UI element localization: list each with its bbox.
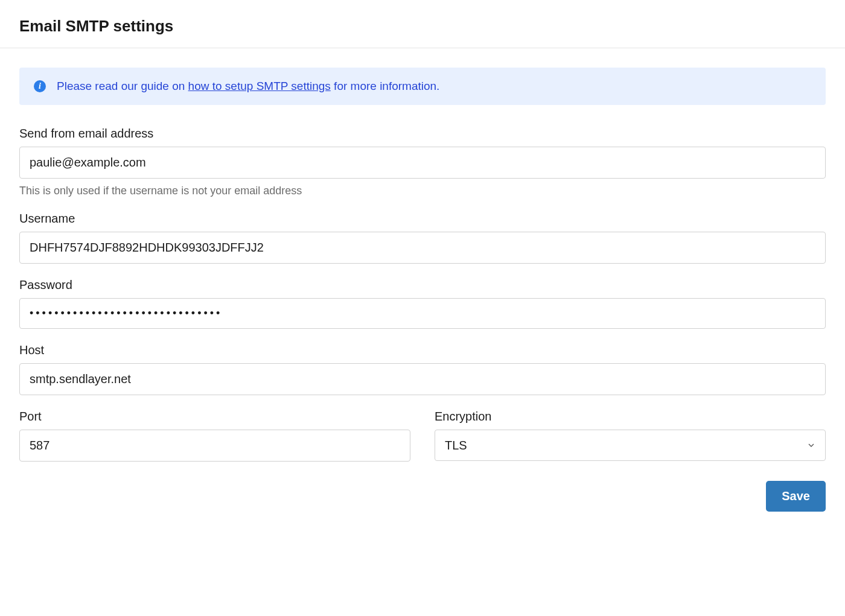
- encryption-group: Encryption TLS: [435, 410, 826, 462]
- info-text-prefix: Please read our guide on: [57, 80, 188, 92]
- from-email-group: Send from email address This is only use…: [19, 127, 826, 197]
- host-label: Host: [19, 343, 826, 357]
- page-title: Email SMTP settings: [19, 17, 826, 36]
- info-text-suffix: for more information.: [331, 80, 440, 92]
- username-label: Username: [19, 212, 826, 226]
- port-input[interactable]: [19, 430, 410, 462]
- actions-row: Save: [19, 481, 826, 512]
- password-label: Password: [19, 278, 826, 292]
- info-banner: i Please read our guide on how to setup …: [19, 68, 826, 105]
- from-email-label: Send from email address: [19, 127, 826, 141]
- encryption-select-wrapper: TLS: [435, 430, 826, 461]
- encryption-label: Encryption: [435, 410, 826, 424]
- info-icon: i: [34, 80, 46, 92]
- page-header: Email SMTP settings: [0, 0, 845, 48]
- save-button[interactable]: Save: [766, 481, 826, 512]
- from-email-input[interactable]: [19, 147, 826, 179]
- from-email-help: This is only used if the username is not…: [19, 185, 826, 197]
- username-group: Username: [19, 212, 826, 264]
- port-group: Port: [19, 410, 410, 462]
- password-group: Password: [19, 278, 826, 329]
- host-input[interactable]: [19, 363, 826, 395]
- host-group: Host: [19, 343, 826, 395]
- setup-guide-link[interactable]: how to setup SMTP settings: [188, 80, 331, 92]
- info-banner-text: Please read our guide on how to setup SM…: [57, 80, 439, 93]
- port-encryption-row: Port Encryption TLS: [19, 410, 826, 476]
- username-input[interactable]: [19, 232, 826, 264]
- content-area: i Please read our guide on how to setup …: [0, 48, 845, 531]
- encryption-select[interactable]: TLS: [435, 430, 826, 461]
- password-input[interactable]: [19, 298, 826, 329]
- port-label: Port: [19, 410, 410, 424]
